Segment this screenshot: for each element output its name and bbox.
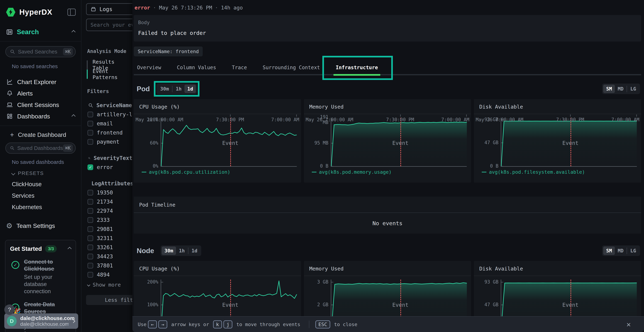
size-sm-button[interactable]: SM (603, 84, 615, 93)
tab-overview[interactable]: Overview (137, 64, 161, 71)
range-30m-button[interactable]: 30m (162, 246, 176, 255)
saved-dashboards-input[interactable]: Saved Dashboards ⌘K (5, 142, 76, 154)
checkbox-checked[interactable]: ✓ (88, 164, 93, 170)
checkbox[interactable] (88, 244, 93, 250)
node-section-header: Node 30m 1h 1d SM MD LG (134, 246, 641, 256)
close-icon[interactable]: ✕ (626, 320, 631, 328)
bell-icon (6, 90, 13, 96)
checkbox[interactable] (88, 236, 93, 241)
filter-option[interactable]: email (88, 120, 132, 127)
j-key[interactable]: j (224, 320, 232, 328)
service-tag-chip[interactable]: ServiceName: frontend (134, 46, 203, 56)
chart-plot-area[interactable]: 191 MB 95 MB 0 B Event May 26 7:00: (304, 114, 471, 167)
search-icon (10, 146, 14, 150)
no-events-text: No events (134, 213, 641, 234)
checkbox[interactable] (88, 254, 93, 260)
filter-option[interactable]: 4894 (88, 272, 132, 278)
size-lg-button[interactable]: LG (627, 246, 639, 255)
range-1h-button[interactable]: 1h (176, 246, 188, 255)
preset-kubernetes[interactable]: Kubernetes (12, 204, 81, 210)
checkbox[interactable] (88, 272, 93, 278)
x-axis-label: May 26 7:00:00 AM (306, 117, 353, 122)
presets-toggle[interactable]: PRESETS (12, 170, 81, 176)
get-started-title: Get Started (10, 246, 42, 252)
filter-option[interactable]: 29081 (88, 226, 132, 232)
help-button[interactable]: ? (4, 304, 15, 315)
sidebar-item-client-sessions[interactable]: Client Sessions (0, 99, 81, 110)
checkbox[interactable] (88, 112, 93, 117)
checkbox[interactable] (88, 263, 93, 268)
chevron-up-icon[interactable] (72, 30, 76, 34)
create-dashboard-button[interactable]: + Create Dashboard (10, 131, 81, 139)
range-30m-button[interactable]: 30m (158, 84, 172, 93)
tab-surrounding-context[interactable]: Surrounding Context (262, 64, 320, 71)
check-circle-icon: ✓ (12, 261, 19, 269)
pod-charts-grid: CPU Usage (%) 120% 60% 0% (134, 99, 641, 183)
preset-clickhouse[interactable]: ClickHouse (12, 181, 81, 188)
size-lg-button[interactable]: LG (627, 84, 639, 93)
chevron-up-icon[interactable] (72, 114, 76, 118)
size-sm-button[interactable]: SM (603, 246, 615, 255)
k-key[interactable]: k (213, 320, 222, 328)
filter-option[interactable]: 37801 (88, 262, 132, 269)
filter-option[interactable]: 33261 (88, 244, 132, 250)
checkbox[interactable] (88, 208, 93, 214)
checkbox[interactable] (88, 121, 93, 126)
show-more-button[interactable]: Show more (88, 282, 132, 288)
divider (474, 276, 641, 276)
size-md-button[interactable]: MD (615, 84, 626, 93)
x-axis-label: 7:30:00 PM (386, 117, 414, 122)
filter-option[interactable]: payment (88, 139, 132, 145)
range-1d-button[interactable]: 1d (189, 246, 200, 255)
tab-column-values[interactable]: Column Values (177, 64, 216, 71)
checkbox[interactable] (88, 199, 93, 205)
size-md-button[interactable]: MD (615, 246, 626, 255)
esc-key[interactable]: ESC (316, 320, 330, 328)
chart-plot-area[interactable]: 93 GB 47 GB 0 B Event May 26 7:00:0 (474, 114, 641, 167)
checkbox[interactable] (88, 190, 93, 196)
collapse-sidebar-icon[interactable] (68, 8, 76, 16)
severity-badge: error (134, 5, 150, 11)
tab-trace[interactable]: Trace (232, 64, 247, 71)
filter-option[interactable]: 21734 (88, 198, 132, 205)
filter-option[interactable]: 19350 (88, 190, 132, 196)
event-marker-label: Event (222, 302, 238, 308)
checkbox[interactable] (88, 130, 93, 136)
filter-option[interactable]: 2333 (88, 217, 132, 223)
checkbox[interactable] (88, 226, 93, 232)
mode-event-patterns[interactable]: Event Patterns (93, 70, 132, 79)
sidebar-item-alerts[interactable]: Alerts (0, 88, 81, 99)
get-started-item[interactable]: ✓ Connect to ClickHouse Set up your data… (10, 258, 71, 295)
source-selector-button[interactable]: Logs (86, 3, 132, 15)
event-search-input[interactable]: Search your events... (86, 18, 132, 31)
user-menu[interactable]: D dale@clickhouse.com dale@clickhouse.co… (4, 314, 78, 329)
checkbox[interactable] (88, 217, 93, 223)
filter-option[interactable]: frontend (88, 130, 132, 136)
event-marker-label: Event (392, 302, 408, 308)
divider (0, 41, 81, 42)
checkbox[interactable] (88, 139, 93, 145)
range-1d-button[interactable]: 1d (184, 84, 196, 93)
preset-services[interactable]: Services (12, 192, 81, 199)
arrow-right-key[interactable]: → (158, 320, 167, 328)
filter-option[interactable]: artillery-loa (88, 111, 132, 118)
search-section-icon (6, 28, 13, 36)
sidebar-item-dashboards[interactable]: Dashboards (0, 110, 81, 122)
less-filters-button[interactable]: Less filters (86, 295, 132, 305)
filter-option[interactable]: 32311 (88, 235, 132, 241)
saved-searches-input[interactable]: Saved Searches ⌘K (5, 46, 76, 57)
filter-option[interactable]: 34423 (88, 253, 132, 260)
chart-plot-area[interactable]: 120% 60% 0% Event May 26 7:00:00 AM (134, 114, 301, 167)
range-1h-button[interactable]: 1h (173, 84, 184, 93)
x-axis-label: 7:00:00 AM (271, 117, 299, 122)
sidebar-item-search[interactable]: Search (0, 28, 81, 36)
chevron-up-icon[interactable] (68, 247, 72, 251)
tab-infrastructure[interactable]: Infrastructure (336, 64, 378, 71)
filter-option[interactable]: 22974 (88, 208, 132, 214)
filter-option[interactable]: ✓error (88, 164, 132, 170)
sidebar-item-team-settings[interactable]: ⚙ Team Settings (6, 222, 81, 230)
sidebar-item-chart-explorer[interactable]: Chart Explorer (0, 76, 81, 88)
sidebar-search-label: Search (17, 28, 39, 36)
arrow-left-key[interactable]: ← (148, 320, 157, 328)
node-size-selector: SM MD LG (602, 246, 640, 256)
